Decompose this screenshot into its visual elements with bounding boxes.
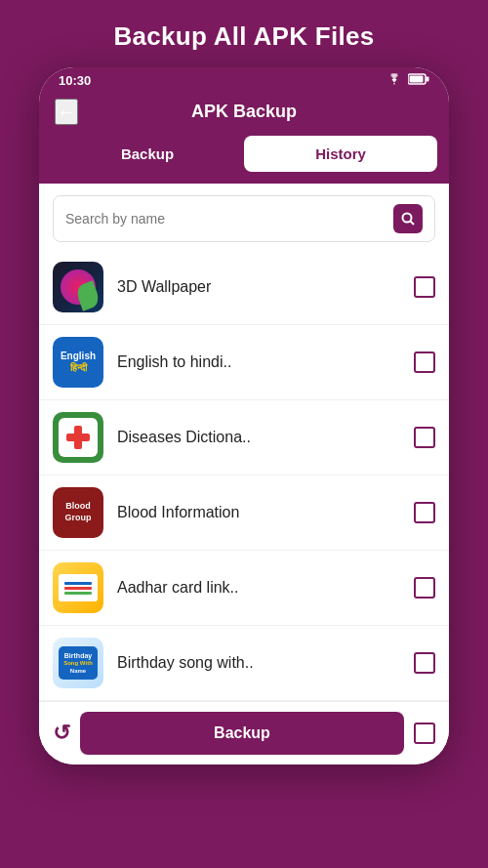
battery-icon xyxy=(408,73,429,88)
list-item: English हिन्दी English to hindi.. xyxy=(39,325,449,400)
select-all-checkbox[interactable] xyxy=(414,723,435,744)
list-item: Diseases Dictiona.. xyxy=(39,400,449,475)
refresh-button[interactable]: ↺ xyxy=(53,721,70,746)
page-title: Backup All APK Files xyxy=(94,0,393,67)
app-name: Blood Information xyxy=(117,504,400,521)
app-list: 3D Wallpaper English हिन्दी English to h… xyxy=(39,250,449,701)
app-icon-blood-information: Blood Group xyxy=(53,487,103,538)
list-item: 3D Wallpaper xyxy=(39,250,449,325)
list-item: Birthday Song With Name Birthday song wi… xyxy=(39,626,449,701)
list-item: Aadhar card link.. xyxy=(39,551,449,626)
app-icon-birthday-song: Birthday Song With Name xyxy=(53,638,103,688)
app-name: Birthday song with.. xyxy=(117,654,400,672)
app-name: Diseases Dictiona.. xyxy=(117,429,400,446)
app-checkbox[interactable] xyxy=(414,351,435,373)
app-icon-diseases-dictionary xyxy=(53,412,103,463)
svg-rect-1 xyxy=(410,76,424,83)
app-icon-english-hindi: English हिन्दी xyxy=(53,337,103,388)
app-checkbox[interactable] xyxy=(414,427,435,448)
status-time: 10:30 xyxy=(59,73,91,88)
list-item: Blood Group Blood Information xyxy=(39,475,449,551)
app-checkbox[interactable] xyxy=(414,577,435,599)
back-button[interactable]: ← xyxy=(55,99,78,125)
app-name: English to hindi.. xyxy=(117,353,400,371)
search-bar xyxy=(53,195,435,242)
backup-button[interactable]: Backup xyxy=(80,712,404,755)
svg-line-4 xyxy=(411,222,415,226)
status-bar: 10:30 xyxy=(39,67,449,92)
content-area: 3D Wallpaper English हिन्दी English to h… xyxy=(39,184,449,701)
tab-history[interactable]: History xyxy=(244,136,437,172)
bottom-bar: ↺ Backup xyxy=(39,701,449,765)
svg-rect-2 xyxy=(427,77,429,82)
app-checkbox[interactable] xyxy=(414,276,435,298)
search-input[interactable] xyxy=(65,211,393,227)
app-icon-aadhar-card xyxy=(53,562,103,613)
app-checkbox[interactable] xyxy=(414,652,435,674)
top-bar: ← APK Backup xyxy=(39,92,449,136)
svg-point-3 xyxy=(403,214,412,223)
app-checkbox[interactable] xyxy=(414,502,435,523)
search-button[interactable] xyxy=(393,204,423,233)
app-icon-3d-wallpaper xyxy=(53,262,103,312)
app-name: Aadhar card link.. xyxy=(117,579,400,597)
tab-backup[interactable]: Backup xyxy=(51,136,244,172)
tab-bar: Backup History xyxy=(39,136,449,184)
header-title: APK Backup xyxy=(191,102,297,122)
status-icons xyxy=(386,73,429,88)
app-name: 3D Wallpaper xyxy=(117,278,400,296)
wifi-icon xyxy=(386,73,402,88)
phone-frame: 10:30 ← APK Backup xyxy=(39,67,449,765)
